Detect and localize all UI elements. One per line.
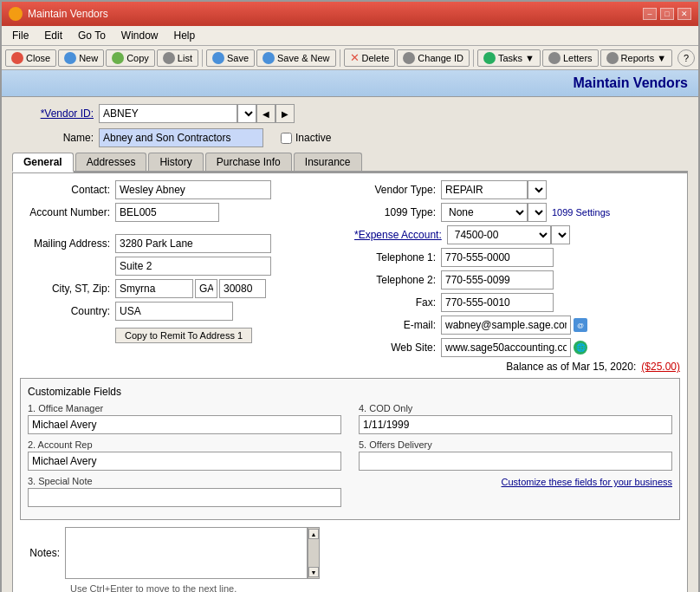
vendor-id-input[interactable] (99, 104, 237, 123)
nav-prev-button[interactable]: ◀ (256, 104, 275, 123)
inactive-checkbox[interactable] (281, 133, 292, 144)
state-input[interactable] (195, 279, 217, 298)
cf-field-1: 1. Office Manager (28, 403, 341, 434)
vendor-type-dropdown[interactable] (528, 180, 547, 199)
email-input[interactable] (441, 316, 571, 335)
fax-input[interactable] (441, 293, 554, 312)
menu-help[interactable]: Help (167, 28, 203, 43)
menu-edit[interactable]: Edit (37, 28, 69, 43)
list-button[interactable]: List (157, 49, 198, 67)
website-input[interactable] (441, 338, 571, 357)
notes-hint: Use Ctrl+Enter to move to the next line. (70, 583, 237, 592)
tab-addresses[interactable]: Addresses (75, 153, 147, 171)
address-line1-input[interactable] (115, 234, 271, 253)
country-row: Country: (20, 302, 346, 321)
tasks-button[interactable]: Tasks ▼ (477, 49, 541, 67)
tax-1099-settings-link[interactable]: 1099 Settings (552, 207, 610, 218)
telephone1-input[interactable] (441, 248, 554, 267)
inactive-area: Inactive (281, 132, 331, 144)
scroll-up-button[interactable]: ▲ (308, 529, 319, 539)
tax-1099-label: 1099 Type: (354, 206, 441, 218)
menu-bar: File Edit Go To Window Help (2, 26, 698, 46)
two-col-layout: Contact: Account Number: Mailing Address… (20, 180, 680, 373)
cf-input-1[interactable] (28, 415, 341, 434)
save-new-icon (262, 52, 275, 64)
email-icon[interactable]: @ (574, 318, 587, 332)
tab-purchase-info[interactable]: Purchase Info (205, 153, 292, 171)
letters-button[interactable]: Letters (542, 49, 599, 67)
save-button[interactable]: Save (206, 49, 255, 67)
balance-row: Balance as of Mar 15, 2020: ($25.00) (354, 361, 680, 373)
menu-goto[interactable]: Go To (71, 28, 113, 43)
telephone1-label: Telephone 1: (354, 251, 441, 263)
vendor-id-link[interactable]: *Vendor ID: (41, 107, 94, 120)
change-id-icon (403, 52, 415, 64)
scroll-down-button[interactable]: ▼ (308, 567, 319, 577)
save-new-button[interactable]: Save & New (256, 49, 336, 67)
tab-insurance[interactable]: Insurance (294, 153, 362, 171)
customize-link-area: Customize these fields for your business (359, 476, 672, 488)
cf-col-left: 1. Office Manager 2. Account Rep 3. Spec… (28, 403, 341, 512)
vendor-type-input[interactable] (441, 180, 528, 199)
vendor-id-label: *Vendor ID: (12, 107, 99, 120)
balance-value[interactable]: ($25.00) (641, 361, 680, 373)
help-icon-button[interactable]: ? (677, 49, 695, 67)
tasks-icon (483, 52, 496, 64)
notes-scrollbar[interactable]: ▲ ▼ (308, 527, 320, 579)
address-line2-input[interactable] (115, 257, 271, 276)
cf-input-3[interactable] (28, 488, 341, 507)
close-window-button[interactable]: ✕ (677, 8, 691, 20)
zip-input[interactable] (219, 279, 266, 298)
minimize-button[interactable]: – (643, 8, 657, 20)
title-bar-left: Maintain Vendors (9, 7, 108, 21)
country-input[interactable] (115, 302, 233, 321)
city-input[interactable] (115, 279, 193, 298)
cf-field-4: 4. COD Only (359, 403, 672, 434)
expense-account-label: *Expense Account: (354, 229, 447, 241)
expense-account-select[interactable]: 74500-00 (447, 225, 551, 244)
delete-button[interactable]: ✕ Delete (344, 49, 396, 67)
copy-remit-button[interactable]: Copy to Remit To Address 1 (115, 328, 252, 343)
menu-window[interactable]: Window (114, 28, 165, 43)
app-icon (9, 7, 23, 21)
account-number-row: Account Number: (20, 203, 346, 222)
reports-button[interactable]: Reports ▼ (600, 49, 672, 67)
vendor-id-dropdown[interactable] (237, 104, 256, 123)
telephone2-input[interactable] (441, 270, 554, 289)
contact-row: Contact: (20, 180, 346, 199)
address-line2-row (20, 257, 346, 276)
cf-input-2[interactable] (28, 452, 341, 471)
tab-history[interactable]: History (148, 153, 203, 171)
close-button[interactable]: Close (5, 49, 56, 67)
cf-input-5[interactable] (359, 452, 672, 471)
expense-account-dropdown[interactable] (551, 225, 570, 244)
customize-link[interactable]: Customize these fields for your business (502, 477, 672, 487)
tab-general[interactable]: General (12, 153, 74, 172)
maximize-button[interactable]: □ (660, 8, 674, 20)
menu-file[interactable]: File (5, 28, 36, 43)
telephone1-row: Telephone 1: (354, 248, 680, 267)
expense-account-link[interactable]: *Expense Account: (354, 229, 442, 241)
tab-content-general: Contact: Account Number: Mailing Address… (12, 172, 688, 592)
city-label: City, ST, Zip: (20, 283, 115, 295)
content-area: *Vendor ID: ◀ ▶ Name: Inactive General A… (2, 97, 698, 592)
name-input[interactable] (99, 128, 263, 147)
tax-1099-dropdown[interactable] (528, 203, 547, 222)
cf-input-4[interactable] (359, 415, 672, 434)
copy-button[interactable]: Copy (106, 49, 155, 67)
notes-textarea[interactable] (65, 527, 308, 579)
globe-icon[interactable]: 🌐 (574, 341, 587, 355)
toolbar: Close New Copy List Save Save & New ✕ De… (2, 46, 698, 70)
page-title: Maintain Vendors (574, 75, 688, 90)
account-number-input[interactable] (115, 203, 219, 222)
telephone2-label: Telephone 2: (354, 274, 441, 286)
notes-wrapper: ▲ ▼ (65, 527, 320, 579)
new-button[interactable]: New (58, 49, 104, 67)
window-title-area: Maintain Vendors (2, 70, 698, 97)
expense-account-row: *Expense Account: 74500-00 (354, 225, 680, 244)
cf-col-right: 4. COD Only 5. Offers Delivery Customize… (359, 403, 672, 512)
contact-input[interactable] (115, 180, 271, 199)
nav-next-button[interactable]: ▶ (275, 104, 295, 123)
tax-1099-select[interactable]: None (441, 203, 528, 222)
change-id-button[interactable]: Change ID (397, 49, 470, 67)
